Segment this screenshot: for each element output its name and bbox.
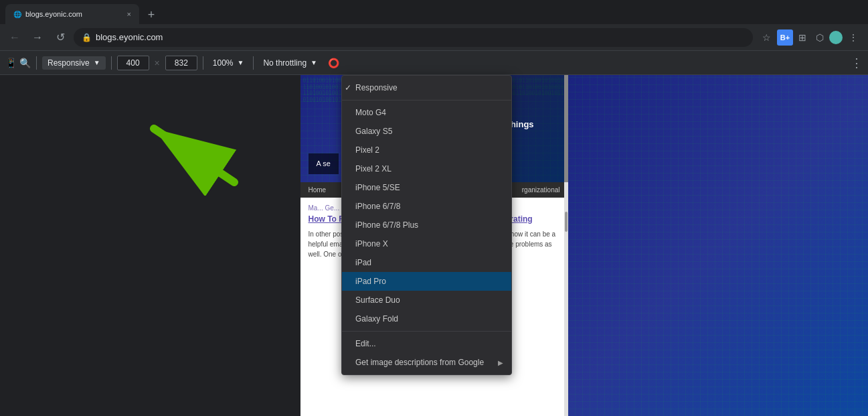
- menu-item-galaxy-s5[interactable]: Galaxy S5: [342, 122, 511, 141]
- close-tab-icon[interactable]: ×: [127, 10, 131, 18]
- puzzle-extension-icon[interactable]: ⬡: [812, 29, 828, 46]
- toolbar-divider-2: [111, 56, 112, 70]
- circle-extension-icon[interactable]: [829, 31, 843, 44]
- menu-item-edit[interactable]: Edit...: [342, 334, 511, 353]
- site-header-text: A se: [309, 153, 339, 174]
- throttle-selector[interactable]: No throttling ▼: [259, 56, 321, 70]
- menu-item-ipad-pro[interactable]: iPad Pro: [342, 272, 511, 291]
- menu-item-pixel-2-xl[interactable]: Pixel 2 XL: [342, 159, 511, 178]
- device-toggle-icon[interactable]: 📱: [5, 58, 17, 68]
- active-tab[interactable]: 🌐 blogs.eyonic.com ×: [5, 4, 139, 24]
- devtools-right: ⋮: [851, 56, 863, 70]
- forward-button[interactable]: →: [28, 28, 47, 47]
- submenu-arrow-icon: ▶: [498, 359, 503, 366]
- menu-item-iphone-678[interactable]: iPhone 6/7/8: [342, 197, 511, 216]
- menu-divider-2: [342, 331, 511, 332]
- browser-chrome: 🌐 blogs.eyonic.com × + ← → ↺ 🔒 blogs.eyo…: [0, 0, 868, 75]
- scroll-thumb: [565, 212, 568, 232]
- menu-item-google-images[interactable]: Get image descriptions from Google ▶: [342, 353, 511, 372]
- device-selector-label: Responsive: [48, 58, 90, 68]
- tab-bar: 🌐 blogs.eyonic.com × +: [0, 0, 868, 24]
- capture-button[interactable]: ⭕: [328, 58, 339, 68]
- zoom-chevron-icon: ▼: [238, 59, 244, 66]
- svg-line-1: [154, 129, 234, 182]
- zoom-label: 100%: [213, 58, 234, 68]
- grid-extension-icon[interactable]: ⊞: [794, 29, 810, 46]
- lock-icon: 🔒: [82, 33, 92, 42]
- menu-item-pixel-2[interactable]: Pixel 2: [342, 141, 511, 159]
- check-icon: ✓: [345, 83, 351, 92]
- right-panel-text: [568, 75, 869, 102]
- elements-icon[interactable]: 🔍: [19, 58, 31, 68]
- zoom-selector[interactable]: 100% ▼: [209, 56, 248, 70]
- b-extension-icon[interactable]: B+: [777, 29, 793, 46]
- devtools-more-button[interactable]: ⋮: [851, 56, 863, 70]
- chevron-down-icon: ▼: [94, 59, 100, 66]
- menu-item-responsive[interactable]: ✓ Responsive: [342, 78, 511, 97]
- menu-item-ipad[interactable]: iPad: [342, 253, 511, 272]
- bookmark-icon: ☆: [762, 32, 771, 43]
- menu-item-iphone-5se[interactable]: iPhone 5/SE: [342, 178, 511, 197]
- device-selector[interactable]: Responsive ▼: [42, 56, 106, 70]
- bookmark-button[interactable]: ☆: [757, 28, 776, 47]
- menu-item-galaxy-fold[interactable]: Galaxy Fold: [342, 309, 511, 328]
- dimensions-x-separator: ×: [155, 58, 160, 68]
- more-icon: ⋮: [849, 32, 858, 43]
- toolbar-divider-1: [36, 56, 37, 70]
- menu-item-moto-g4[interactable]: Moto G4: [342, 103, 511, 122]
- toolbar-divider-4: [253, 56, 254, 70]
- right-dark-panel: [568, 75, 869, 416]
- device-dropdown-menu: ✓ Responsive Moto G4 Galaxy S5 Pixel 2 P…: [341, 75, 512, 375]
- browser-menu-button[interactable]: ⋮: [844, 28, 863, 47]
- left-dark-panel: [0, 75, 300, 416]
- menu-item-iphone-x[interactable]: iPhone X: [342, 234, 511, 253]
- menu-item-iphone-678-plus[interactable]: iPhone 6/7/8 Plus: [342, 216, 511, 234]
- site-nav-org: rganizational: [522, 186, 560, 194]
- reload-button[interactable]: ↺: [51, 28, 70, 47]
- width-input[interactable]: [117, 56, 149, 70]
- throttle-label: No throttling: [263, 58, 307, 68]
- nav-bar: ← → ↺ 🔒 blogs.eyonic.com ☆ B+ ⊞ ⬡ ⋮: [0, 24, 868, 51]
- address-bar[interactable]: 🔒 blogs.eyonic.com: [74, 28, 753, 47]
- site-nav-home: Home: [309, 186, 327, 194]
- menu-divider-1: [342, 100, 511, 100]
- extension-icons: ☆ B+ ⊞ ⬡ ⋮: [757, 28, 863, 47]
- height-input[interactable]: [165, 56, 197, 70]
- devtools-toolbar: 📱 🔍 Responsive ▼ × 100% ▼ No throttling …: [0, 51, 868, 75]
- new-tab-button[interactable]: +: [142, 5, 161, 24]
- green-arrow: [134, 115, 241, 198]
- url-text: blogs.eyonic.com: [96, 32, 163, 42]
- toolbar-divider-3: [203, 56, 203, 70]
- back-button[interactable]: ←: [5, 28, 24, 47]
- menu-item-surface-duo[interactable]: Surface Duo: [342, 291, 511, 309]
- throttle-chevron-icon: ▼: [311, 59, 317, 66]
